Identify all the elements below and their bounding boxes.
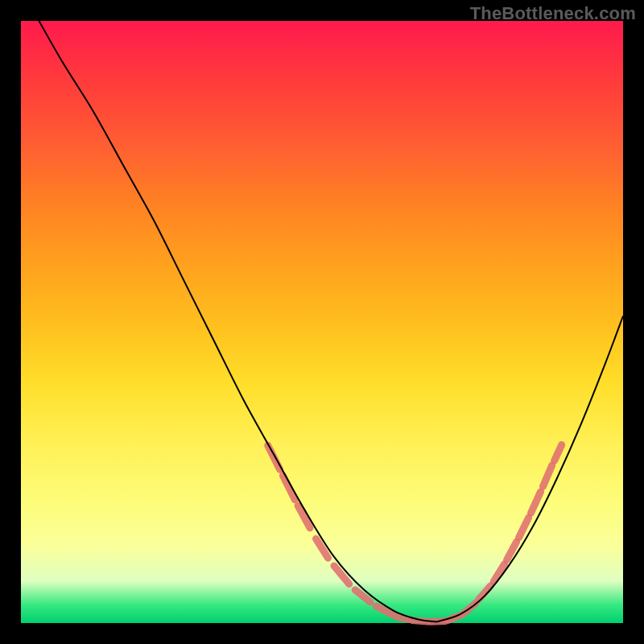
highlight-dash bbox=[334, 566, 349, 584]
highlight-dash bbox=[531, 492, 541, 513]
highlight-dash bbox=[543, 465, 552, 486]
highlight-dash bbox=[316, 539, 328, 558]
highlight-dash bbox=[268, 445, 280, 469]
highlight-dash bbox=[519, 518, 529, 538]
highlight-dash bbox=[355, 590, 370, 602]
chart-svg bbox=[21, 21, 623, 623]
chart-plot-area bbox=[21, 21, 623, 623]
highlight-dashes bbox=[268, 445, 562, 622]
series-curve-b bbox=[436, 316, 623, 622]
highlight-dash bbox=[283, 476, 295, 500]
series-curve-a bbox=[39, 21, 436, 622]
highlight-dash bbox=[555, 445, 562, 460]
